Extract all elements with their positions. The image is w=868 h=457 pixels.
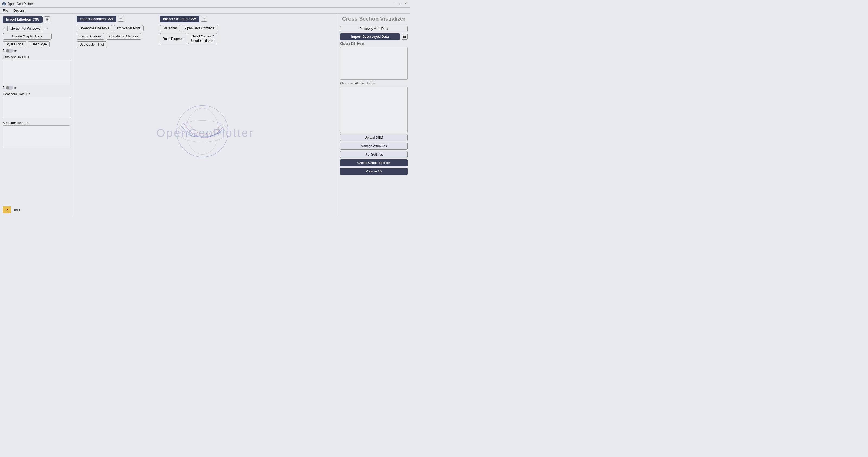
structure-btn-row-2: Rose Diagram Small Circles // Unoriented… bbox=[160, 33, 219, 44]
center-panel: Import Geochem CSV ⊞ Downhole Line Plots… bbox=[73, 13, 337, 216]
rose-diagram-button[interactable]: Rose Diagram bbox=[160, 33, 187, 44]
structure-section: Import Structure CSV ⊞ Stereonet Alpha B… bbox=[160, 16, 219, 44]
merge-plot-windows-button[interactable]: Merge Plot Windows bbox=[7, 26, 43, 31]
plot-settings-button[interactable]: Plot Settings bbox=[340, 151, 407, 158]
geochem-import-section: Import Geochem CSV ⊞ bbox=[76, 16, 144, 22]
right-panel: Cross Section Visualizer Desurvey Your D… bbox=[337, 13, 410, 216]
factor-analysis-button[interactable]: Factor Analysis bbox=[76, 33, 104, 40]
m-label-geochem: m bbox=[14, 86, 17, 90]
maximize-button[interactable]: □ bbox=[398, 1, 403, 6]
choose-drill-holes-listbox[interactable] bbox=[340, 47, 407, 80]
left-panel: Import Lithology CSV ⊞ <- Merge Plot Win… bbox=[0, 13, 73, 216]
geochem-hole-ids-label: Geochem Hole IDs bbox=[3, 92, 70, 96]
clear-style-button[interactable]: Clear Style bbox=[28, 41, 50, 47]
help-button[interactable]: ? bbox=[3, 206, 11, 213]
stylize-logs-button[interactable]: Stylize Logs bbox=[3, 41, 26, 47]
geochem-btn-row-1: Downhole Line Plots XY Scatter Plots bbox=[76, 25, 144, 31]
litho-hole-ids-section: Lithology Hole IDs bbox=[3, 54, 70, 84]
geochem-hole-ids-listbox[interactable] bbox=[3, 97, 70, 118]
svg-point-3 bbox=[177, 120, 228, 142]
desurvey-button[interactable]: Desurvey Your Data bbox=[340, 26, 407, 32]
structure-btn-row-1: Stereonet Alpha Beta Converter bbox=[160, 25, 219, 31]
import-geochem-button[interactable]: Import Geochem CSV bbox=[76, 16, 116, 22]
litho-hole-ids-listbox[interactable] bbox=[3, 60, 70, 84]
structure-grid-icon[interactable]: ⊞ bbox=[201, 16, 207, 22]
import-litho-button[interactable]: Import Lithology CSV bbox=[3, 16, 42, 23]
import-desurveyed-button[interactable]: Import Desurveyed Data bbox=[340, 33, 400, 40]
litho-import-section: Import Lithology CSV ⊞ bbox=[3, 16, 70, 23]
structure-import-section: Import Structure CSV ⊞ bbox=[160, 16, 219, 22]
center-visual-area: OpenGeoPlotter bbox=[76, 50, 334, 214]
manage-attributes-button[interactable]: Manage Attributes bbox=[340, 143, 407, 150]
correlation-matrices-button[interactable]: Correlation Matrices bbox=[106, 33, 141, 40]
minimize-button[interactable]: — bbox=[392, 1, 397, 6]
svg-point-5 bbox=[206, 133, 207, 134]
style-buttons-row: Stylize Logs Clear Style bbox=[3, 41, 70, 47]
menubar: File Options bbox=[0, 8, 410, 13]
geochem-hole-ids-section: Geochem Hole IDs bbox=[3, 91, 70, 118]
svg-text:G: G bbox=[3, 3, 5, 5]
menu-options[interactable]: Options bbox=[12, 8, 26, 13]
geochem-section: Import Geochem CSV ⊞ Downhole Line Plots… bbox=[76, 16, 144, 48]
xy-scatter-plots-button[interactable]: XY Scatter Plots bbox=[114, 25, 143, 31]
ft-label-geochem: ft bbox=[3, 86, 5, 90]
stereonet-button[interactable]: Stereonet bbox=[160, 25, 180, 31]
ft-label: ft bbox=[3, 49, 5, 53]
help-label: Help bbox=[12, 208, 20, 212]
geochem-btn-row-3: Use Custom Plot bbox=[76, 41, 144, 48]
app-icon: G bbox=[2, 2, 6, 6]
menu-file[interactable]: File bbox=[1, 8, 9, 13]
upload-dem-button[interactable]: Upload DEM bbox=[340, 134, 407, 141]
geochem-btn-row-2: Factor Analysis Correlation Matrices bbox=[76, 33, 144, 40]
view-in-3d-button[interactable]: View in 3D bbox=[340, 168, 407, 175]
choose-attribute-label: Choose an Attribute to Plot bbox=[340, 82, 407, 85]
create-graphic-logs-button[interactable]: Create Graphic Logs bbox=[3, 33, 52, 40]
choose-drill-holes-label: Choose Drill Holes bbox=[340, 42, 407, 45]
small-circles-button[interactable]: Small Circles // Unoriented core bbox=[188, 33, 217, 44]
downhole-line-plots-button[interactable]: Downhole Line Plots bbox=[76, 25, 112, 31]
window-controls: — □ ✕ bbox=[392, 1, 408, 6]
close-button[interactable]: ✕ bbox=[403, 1, 408, 6]
cross-section-visualizer-title: Cross Section Visualizer bbox=[340, 16, 407, 22]
choose-attribute-listbox[interactable] bbox=[340, 87, 407, 133]
use-custom-plot-button[interactable]: Use Custom Plot bbox=[76, 41, 107, 48]
app-title: Open Geo Plotter bbox=[8, 2, 33, 6]
merge-bar: <- Merge Plot Windows -> bbox=[3, 26, 70, 31]
import-structure-button[interactable]: Import Structure CSV bbox=[160, 16, 199, 22]
titlebar: G Open Geo Plotter — □ ✕ bbox=[0, 0, 410, 8]
units-row: ft m bbox=[3, 49, 70, 53]
structure-hole-ids-listbox[interactable] bbox=[3, 125, 70, 147]
help-row: ? Help bbox=[3, 204, 70, 213]
desurveyed-grid-icon[interactable]: ⊞ bbox=[402, 34, 407, 40]
structure-hole-ids-label: Structure Hole IDs bbox=[3, 121, 70, 125]
create-cross-section-button[interactable]: Create Cross Section bbox=[340, 160, 407, 167]
alpha-beta-converter-button[interactable]: Alpha Beta Converter bbox=[182, 25, 219, 31]
m-label: m bbox=[14, 49, 17, 53]
svg-point-2 bbox=[177, 105, 228, 157]
merge-arrow-right: -> bbox=[45, 27, 48, 30]
ft-m-toggle[interactable] bbox=[6, 49, 13, 53]
litho-grid-icon[interactable]: ⊞ bbox=[44, 16, 50, 22]
units-row-geochem: ft m bbox=[3, 86, 70, 90]
ft-m-toggle-geochem[interactable] bbox=[6, 86, 13, 90]
center-top-controls: Import Geochem CSV ⊞ Downhole Line Plots… bbox=[76, 16, 334, 50]
geochem-grid-icon[interactable]: ⊞ bbox=[118, 16, 124, 22]
stereonet-visualization bbox=[175, 104, 229, 159]
merge-arrow-left: <- bbox=[3, 27, 6, 30]
import-desurveyed-row: Import Desurveyed Data ⊞ bbox=[340, 33, 407, 40]
main-layout: Import Lithology CSV ⊞ <- Merge Plot Win… bbox=[0, 13, 410, 216]
litho-hole-ids-label: Lithology Hole IDs bbox=[3, 55, 70, 59]
structure-hole-ids-section: Structure Hole IDs bbox=[3, 120, 70, 147]
